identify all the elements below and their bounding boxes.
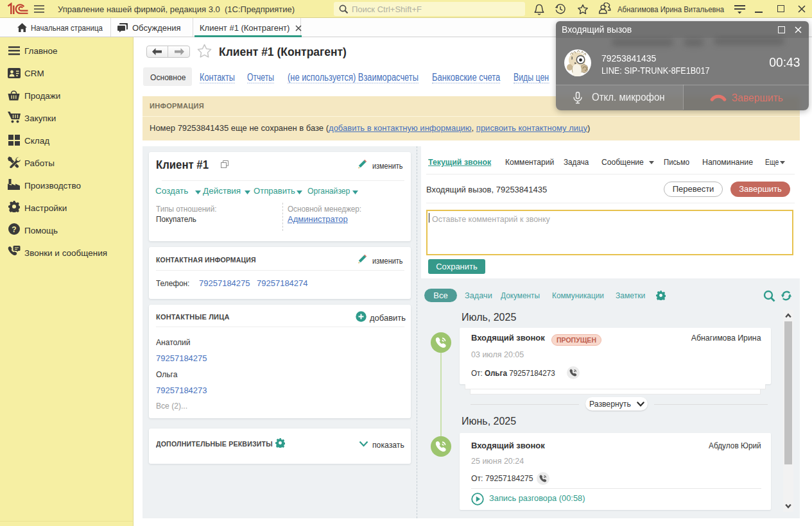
svg-text:?: ? (12, 225, 16, 234)
